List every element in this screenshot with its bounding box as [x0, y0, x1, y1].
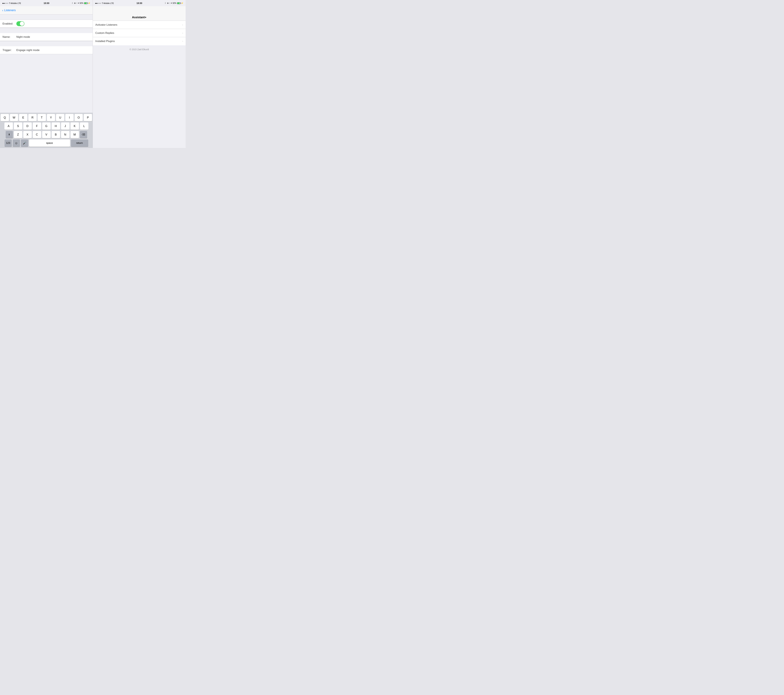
menu-item-activator[interactable]: Activator Listeners ›	[93, 21, 186, 29]
key-i[interactable]: I	[65, 114, 74, 121]
back-button[interactable]: ‹ Listeners	[2, 8, 16, 12]
key-q[interactable]: Q	[1, 114, 9, 121]
signal-dots-right: ●●○○○	[95, 2, 101, 4]
keyboard: Q W E R T Y U I O P A S D F G H J K L ⬆ …	[0, 113, 93, 148]
enabled-label: Enabled:	[3, 22, 15, 25]
num-key[interactable]: 123	[5, 139, 12, 147]
right-status-right: ☾ ⊕ ↑ ✦ 92% ⚡	[165, 2, 183, 4]
keyboard-row-2: A S D F G H J K L	[1, 122, 92, 130]
key-a[interactable]: A	[4, 122, 13, 130]
left-panel: ●●○○○ T-Mobile LTE 13:33 ☾ ⊕ ↑ ✦ 92% ⚡ ‹…	[0, 0, 93, 148]
battery-pct-right: 92%	[173, 2, 176, 4]
menu-item-label-activator: Activator Listeners	[96, 23, 117, 26]
carrier-right: ●●○○○ T-Mobile LTE	[95, 2, 114, 4]
enabled-row: Enabled:	[0, 20, 93, 28]
carrier-left: ●●○○○ T-Mobile LTE	[2, 2, 21, 4]
charging-icon-right: ⚡	[181, 2, 183, 4]
mic-key[interactable]: 🎤	[21, 139, 28, 147]
section-spacer-middle	[0, 28, 93, 33]
status-bar-right: ●●○○○ T-Mobile LTE 13:33 ☾ ⊕ ↑ ✦ 92% ⚡	[93, 0, 186, 6]
nav-title-right: Assistant+	[132, 16, 147, 19]
keyboard-bottom-row: 123 ☺ 🎤 space return	[1, 139, 92, 147]
key-g[interactable]: G	[42, 122, 51, 130]
menu-item-installed-plugins[interactable]: Installed Plugins ›	[93, 37, 186, 45]
trigger-value: Engage night mode	[16, 49, 40, 52]
arrow-icon: ↑	[76, 2, 77, 4]
key-r[interactable]: R	[28, 114, 37, 121]
carrier-name-right: T-Mobile LTE	[102, 2, 114, 4]
name-value: Night mode	[16, 35, 30, 38]
keyboard-row-3: ⬆ Z X C V B N M ⌫	[1, 131, 92, 138]
key-p[interactable]: P	[84, 114, 92, 121]
menu-item-custom-replies[interactable]: Custom Replies ›	[93, 29, 186, 37]
num-key-label: 123	[6, 142, 10, 144]
return-key[interactable]: return	[71, 139, 88, 147]
emoji-icon: ☺	[15, 141, 18, 145]
section-spacer-top	[0, 15, 93, 20]
key-s[interactable]: S	[14, 122, 22, 130]
right-status-left: ☾ ⊕ ↑ ✦ 92% ⚡	[72, 2, 91, 4]
arrow-icon-right: ↑	[169, 2, 170, 4]
time-right: 13:33	[137, 2, 142, 4]
key-o[interactable]: O	[74, 114, 83, 121]
time-left: 13:33	[44, 2, 49, 4]
chevron-right-icon-installed-plugins: ›	[182, 40, 183, 43]
keyboard-row-1: Q W E R T Y U I O P	[1, 114, 92, 121]
menu-item-label-custom-replies: Custom Replies	[96, 31, 114, 35]
key-j[interactable]: J	[61, 122, 69, 130]
moon-icon-right: ☾	[165, 2, 166, 4]
carrier-name-left: T-Mobile LTE	[9, 2, 21, 4]
key-d[interactable]: D	[23, 122, 32, 130]
shift-key[interactable]: ⬆	[6, 131, 13, 138]
chevron-right-icon-activator: ›	[182, 23, 183, 26]
section-spacer-name	[0, 41, 93, 46]
battery-pct-left: 92%	[80, 2, 83, 4]
space-key-label: space	[46, 142, 53, 144]
back-label: Listeners	[4, 9, 16, 12]
space-key[interactable]: space	[29, 139, 70, 147]
menu-item-label-installed-plugins: Installed Plugins	[96, 40, 115, 43]
nav-bar-right: Assistant+	[93, 6, 186, 21]
key-x[interactable]: X	[23, 131, 32, 138]
nav-bar-left: ‹ Listeners	[0, 6, 93, 15]
trigger-label: Trigger:	[3, 49, 15, 52]
bluetooth-icon-right: ✦	[171, 2, 172, 4]
key-l[interactable]: L	[80, 122, 88, 130]
menu-list: Activator Listeners › Custom Replies › I…	[93, 21, 186, 45]
location-icon-right: ⊕	[167, 2, 169, 4]
status-bar-left: ●●○○○ T-Mobile LTE 13:33 ☾ ⊕ ↑ ✦ 92% ⚡	[0, 0, 93, 6]
keyboard-spacer	[0, 54, 93, 113]
bluetooth-icon: ✦	[77, 2, 79, 4]
location-icon: ⊕	[74, 2, 76, 4]
key-m[interactable]: M	[71, 131, 79, 138]
name-label: Name:	[3, 35, 15, 38]
copyright-text: © 2015 Zaid Elkurdi	[130, 48, 149, 51]
backspace-key[interactable]: ⌫	[80, 131, 87, 138]
battery-icon-right	[177, 2, 181, 4]
key-y[interactable]: Y	[47, 114, 55, 121]
chevron-right-icon-custom-replies: ›	[182, 31, 183, 35]
emoji-key[interactable]: ☺	[13, 139, 20, 147]
key-t[interactable]: T	[38, 114, 46, 121]
charging-icon-left: ⚡	[88, 2, 91, 4]
signal-dots: ●●○○○	[2, 2, 8, 4]
mic-icon: 🎤	[23, 141, 26, 145]
name-row: Name: Night mode	[0, 33, 93, 41]
key-n[interactable]: N	[61, 131, 69, 138]
key-e[interactable]: E	[19, 114, 27, 121]
moon-icon: ☾	[72, 2, 74, 4]
key-z[interactable]: Z	[14, 131, 22, 138]
key-k[interactable]: K	[71, 122, 79, 130]
key-f[interactable]: F	[33, 122, 41, 130]
key-w[interactable]: W	[10, 114, 18, 121]
return-key-label: return	[76, 142, 83, 144]
key-b[interactable]: B	[52, 131, 60, 138]
copyright-area: © 2015 Zaid Elkurdi	[93, 45, 186, 148]
enabled-toggle[interactable]	[16, 21, 25, 26]
key-h[interactable]: H	[52, 122, 60, 130]
trigger-row: Trigger: Engage night mode	[0, 46, 93, 54]
key-u[interactable]: U	[56, 114, 64, 121]
key-c[interactable]: C	[33, 131, 41, 138]
right-panel: ●●○○○ T-Mobile LTE 13:33 ☾ ⊕ ↑ ✦ 92% ⚡ A…	[93, 0, 186, 148]
key-v[interactable]: V	[42, 131, 51, 138]
